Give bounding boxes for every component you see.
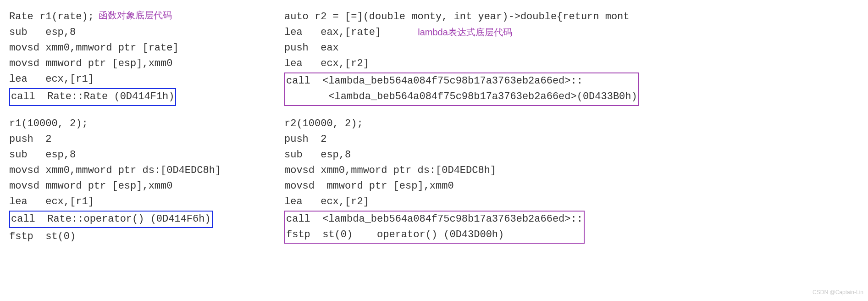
asm-line: sub esp,8 bbox=[284, 147, 868, 163]
left-annotation: 函数对象底层代码 bbox=[99, 9, 172, 22]
asm-line: movsd xmm0,mmword ptr [rate] bbox=[9, 40, 257, 56]
left-block1: Rate r1(rate); 函数对象底层代码 sub esp,8 movsd … bbox=[9, 9, 257, 107]
right-invoke: r2(10000, 2); bbox=[284, 116, 868, 132]
asm-line: push eax bbox=[284, 40, 381, 56]
left-call-ctor: call Rate::Rate (0D414F1h) bbox=[11, 89, 174, 105]
right-call-op1: call <lambda_beb564a084f75c98b17a3763eb2… bbox=[286, 212, 583, 227]
asm-line: push 2 bbox=[9, 132, 257, 147]
asm-line: lea ecx,[r2] bbox=[284, 56, 381, 72]
functor-column: Rate r1(rate); 函数对象底层代码 sub esp,8 movsd … bbox=[9, 9, 257, 254]
asm-line: movsd mmword ptr [esp],xmm0 bbox=[9, 56, 257, 72]
asm-line: sub esp,8 bbox=[9, 25, 257, 40]
asm-line: movsd xmm0,mmword ptr ds:[0D4EDC8h] bbox=[9, 163, 257, 178]
right-decl: auto r2 = [=](double monty, int year)->d… bbox=[284, 9, 868, 25]
right-block2: r2(10000, 2); push 2 sub esp,8 movsd xmm… bbox=[284, 116, 868, 245]
left-call-ctor-box: call Rate::Rate (0D414F1h) bbox=[9, 88, 176, 106]
right-call-ctor2: <lambda_beb564a084f75c98b17a3763eb2a66ed… bbox=[286, 89, 637, 105]
asm-line: movsd mmword ptr [esp],xmm0 bbox=[284, 178, 868, 194]
asm-line: sub esp,8 bbox=[9, 147, 257, 163]
left-block2: r1(10000, 2); push 2 sub esp,8 movsd xmm… bbox=[9, 116, 257, 245]
left-call-op-box: call Rate::operator() (0D414F6h) bbox=[9, 211, 213, 228]
asm-line: lea ecx,[r1] bbox=[9, 72, 257, 87]
asm-line: movsd xmm0,mmword ptr ds:[0D4EDC8h] bbox=[284, 163, 868, 178]
asm-line: fstp st(0) bbox=[9, 229, 257, 245]
right-call-ctor-box: call <lambda_beb564a084f75c98b17a3763eb2… bbox=[284, 72, 639, 106]
asm-line: push 2 bbox=[284, 132, 868, 147]
left-invoke: r1(10000, 2); bbox=[9, 116, 257, 132]
two-column-comparison: Rate r1(rate); 函数对象底层代码 sub esp,8 movsd … bbox=[9, 9, 859, 254]
asm-line: lea ecx,[r1] bbox=[9, 194, 257, 210]
left-call-op: call Rate::operator() (0D414F6h) bbox=[11, 212, 211, 227]
right-call-op2: fstp st(0) operator() (0D43D00h) bbox=[286, 227, 583, 243]
asm-line: movsd mmword ptr [esp],xmm0 bbox=[9, 178, 257, 194]
right-call-op-box: call <lambda_beb564a084f75c98b17a3763eb2… bbox=[284, 211, 585, 244]
left-decl: Rate r1(rate); bbox=[9, 9, 94, 25]
right-block1: auto r2 = [=](double monty, int year)->d… bbox=[284, 9, 868, 107]
right-call-ctor1: call <lambda_beb564a084f75c98b17a3763eb2… bbox=[286, 73, 637, 89]
asm-line: lea eax,[rate] bbox=[284, 25, 381, 40]
asm-line: lea ecx,[r2] bbox=[284, 194, 868, 210]
lambda-column: auto r2 = [=](double monty, int year)->d… bbox=[284, 9, 868, 254]
right-annotation: lambda表达式底层代码 bbox=[418, 26, 512, 39]
